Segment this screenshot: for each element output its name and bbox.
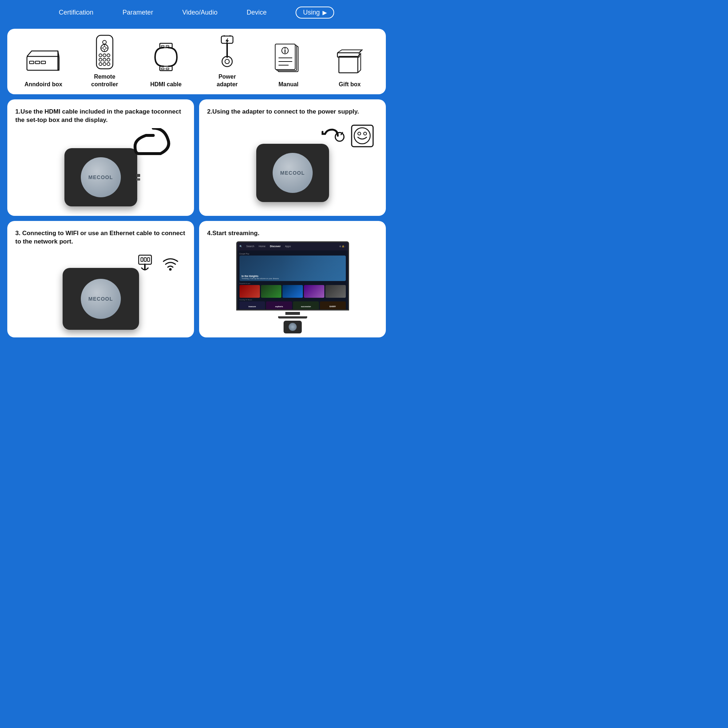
instruction-step3: 3. Connecting to WIFI or use an Ethernet… [7,221,194,337]
tv-stand [285,312,300,315]
svg-rect-52 [144,258,146,262]
instruction-step1: 1.Use the HDMI cable included in the pac… [7,99,194,216]
accessories-card: Anndoird box [7,29,386,94]
hdmi-icon [153,44,179,76]
step4-title: 4.Start streaming. [207,229,378,238]
svg-point-12 [99,54,102,57]
svg-point-48 [358,132,361,135]
thumb-4 [304,285,324,298]
instructions-row-1: 1.Use the HDMI cable included in the pac… [7,99,386,216]
svg-point-54 [169,268,172,271]
tv-nav: 🔍 Search Home Discover Apps ⚙ 🔔 : [237,242,348,251]
tv-nav-discover: Discover [270,245,281,248]
manual-icon [274,44,303,76]
thumb-insecure: insecure [240,301,265,310]
wifi-icon [161,253,180,273]
thumb-euphoria: euphoria [266,301,292,310]
svg-point-14 [107,54,110,57]
succession-label: succession [301,305,311,307]
svg-rect-23 [166,46,169,47]
accessory-power: Poweradapter [198,36,256,89]
step1-title: 1.Use the HDMI cable included in the pac… [15,107,186,125]
svg-rect-25 [161,68,164,70]
thumb-3 [283,285,303,298]
nav-device[interactable]: Device [246,9,266,16]
tv-hero: In the Heights Trending | Turn up the vo… [240,255,346,281]
outlet-icon [350,124,374,148]
thumb-barry: BARRY [320,301,346,310]
svg-rect-41 [339,57,358,73]
svg-rect-3 [41,61,46,64]
android-box-icon [25,44,61,76]
mecool-box-step1: MECOOL [64,148,137,206]
tv-hero-sub: Trending | Turn up the volume on your dr… [242,277,279,280]
nav-parameter[interactable]: Parameter [123,9,153,16]
tv-box-circle [289,323,297,331]
step4-visual: 🔍 Search Home Discover Apps ⚙ 🔔 : Google… [207,241,378,333]
thumb-succession: succession [293,301,319,310]
tv-content: Google Play In the Heights Trending | Tu… [237,251,348,310]
thumb-1 [240,285,260,298]
tv-nav-apps: Apps [285,245,291,248]
svg-rect-2 [35,61,40,64]
thumb-5 [326,285,346,298]
header-nav: Certification Parameter Video/Audio Devi… [0,0,393,25]
giftbox-label: Gift box [339,81,361,89]
insecure-label: insecure [249,305,256,307]
remote-label: Remotecontroller [91,73,118,89]
instructions-row-2: 3. Connecting to WIFI or use an Ethernet… [7,221,386,337]
main-content: Anndoird box [0,25,393,345]
svg-point-20 [107,63,110,66]
svg-rect-1 [29,61,34,64]
nav-using[interactable]: Using ▶ [295,6,334,18]
mecool-circle-step1: MECOOL [81,157,121,197]
remote-icon [95,36,115,69]
step2-title: 2.Using the adapter to connect to the po… [207,107,378,116]
barry-label: BARRY [329,305,336,307]
nav-certification[interactable]: Certification [59,9,93,16]
svg-point-15 [99,58,102,61]
instruction-step2: 2.Using the adapter to connect to the po… [199,99,386,216]
manual-label: Manual [278,81,298,89]
svg-point-5 [102,40,106,44]
tv-nav-search: Search [246,245,254,248]
svg-point-18 [99,63,102,66]
euphoria-label: euphoria [275,305,283,307]
tv-screen: 🔍 Search Home Discover Apps ⚙ 🔔 : Google… [236,241,349,310]
step3-visual: MECOOL [15,250,186,333]
svg-point-7 [103,47,106,49]
svg-point-13 [103,54,106,57]
step2-visual: MECOOL [207,119,378,212]
tv-trending-label: Trending TV Shows [240,299,346,301]
mecool-circle-step3: MECOOL [81,279,121,319]
nav-videoaudio[interactable]: Video/Audio [182,9,218,16]
svg-rect-26 [166,68,169,70]
svg-point-16 [103,58,106,61]
power-icon [216,36,238,69]
svg-rect-22 [161,46,164,47]
mecool-text-step1: MECOOL [89,174,113,180]
svg-rect-34 [275,44,295,70]
svg-rect-53 [147,258,150,262]
power-icons [320,123,374,148]
tv-nav-home: Home [259,245,266,248]
mecool-box-step2: MECOOL [256,144,329,202]
svg-point-37 [284,48,286,49]
accessory-hdmi: HDMI cable [137,44,195,89]
svg-point-30 [222,57,232,67]
svg-point-49 [364,132,367,135]
tv-display: 🔍 Search Home Discover Apps ⚙ 🔔 : Google… [236,241,349,333]
tv-hero-title: In the Heights [242,275,279,277]
svg-point-31 [225,59,229,64]
mecool-box-step3: MECOOL [63,268,139,330]
mecool-text-step3: MECOOL [89,296,113,302]
cursor-icon: ▶ [323,9,327,16]
tv-base [278,316,307,318]
power-label: Poweradapter [217,73,238,89]
android-box-label: Anndoird box [24,81,62,89]
tv-box-small [284,321,302,333]
svg-point-17 [107,58,110,61]
step3-title: 3. Connecting to WIFI or use an Ethernet… [15,229,186,246]
svg-point-19 [103,63,106,66]
accessory-giftbox: Gift box [321,44,379,89]
